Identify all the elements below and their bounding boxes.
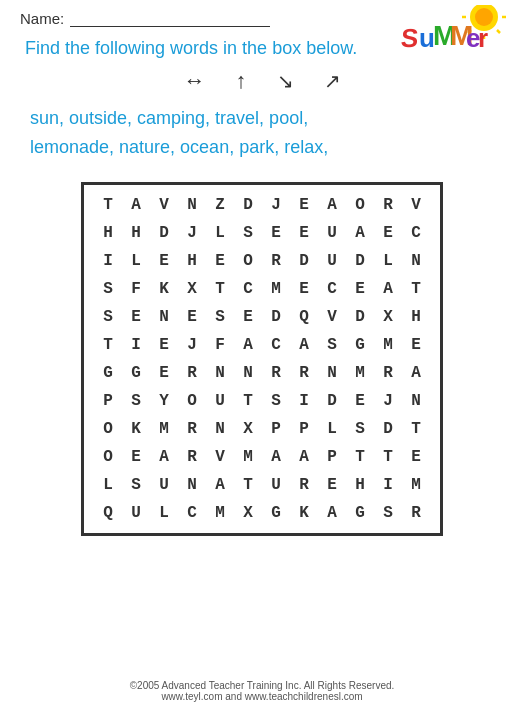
grid-cell: H (346, 471, 374, 499)
name-underline (70, 11, 270, 27)
grid-cell: S (94, 303, 122, 331)
grid-cell: A (234, 331, 262, 359)
grid-cell: C (318, 275, 346, 303)
grid-cell: I (122, 331, 150, 359)
grid-cell: N (402, 247, 430, 275)
grid-cell: L (206, 219, 234, 247)
grid-cell: M (402, 471, 430, 499)
grid-cell: N (206, 415, 234, 443)
grid-cell: L (122, 247, 150, 275)
grid-cell: T (402, 275, 430, 303)
grid-cell: E (206, 247, 234, 275)
grid-cell: O (346, 191, 374, 219)
footer-line2: www.teyl.com and www.teachchildrenesl.co… (0, 691, 524, 702)
table-row: PSYOUTSIDEJN (94, 387, 430, 415)
grid-cell: R (290, 471, 318, 499)
grid-cell: S (122, 387, 150, 415)
grid-cell: H (402, 303, 430, 331)
grid-cell: T (206, 275, 234, 303)
arrow-horizontal: ↔ (184, 68, 206, 94)
grid-cell: X (178, 275, 206, 303)
grid-cell: Q (290, 303, 318, 331)
word-list-line2: lemonade, nature, ocean, park, relax, (30, 133, 494, 162)
grid-cell: R (374, 359, 402, 387)
grid-cell: A (346, 219, 374, 247)
footer: ©2005 Advanced Teacher Training Inc. All… (0, 680, 524, 702)
grid-cell: S (346, 415, 374, 443)
grid-cell: N (318, 359, 346, 387)
grid-cell: D (262, 303, 290, 331)
grid-cell: R (290, 359, 318, 387)
grid-cell: S (94, 275, 122, 303)
grid-cell: R (402, 499, 430, 527)
grid-cell: L (94, 471, 122, 499)
grid-cell: L (318, 415, 346, 443)
grid-cell: E (346, 275, 374, 303)
grid-cell: O (234, 247, 262, 275)
grid-cell: H (94, 219, 122, 247)
grid-cell: G (346, 331, 374, 359)
grid-cell: N (150, 303, 178, 331)
grid-cell: E (402, 443, 430, 471)
grid-cell: D (318, 387, 346, 415)
grid-cell: N (234, 359, 262, 387)
grid-cell: E (150, 359, 178, 387)
grid-cell: R (178, 443, 206, 471)
summer-logo: S u M M e r (399, 5, 509, 60)
grid-cell: O (178, 387, 206, 415)
grid-cell: D (346, 247, 374, 275)
grid-cell: E (262, 219, 290, 247)
grid-cell: U (318, 247, 346, 275)
grid-cell: E (122, 303, 150, 331)
grid-cell: E (178, 303, 206, 331)
grid-cell: F (206, 331, 234, 359)
grid-cell: E (290, 275, 318, 303)
grid-cell: E (290, 219, 318, 247)
grid-cell: N (402, 387, 430, 415)
grid-cell: A (290, 443, 318, 471)
grid-cell: N (178, 191, 206, 219)
table-row: SENESEDQVDXH (94, 303, 430, 331)
arrows-row: ↔ ↑ ↘ ↗ (20, 68, 504, 94)
grid-cell: T (94, 331, 122, 359)
grid-cell: L (374, 247, 402, 275)
grid-cell: A (206, 471, 234, 499)
footer-line1: ©2005 Advanced Teacher Training Inc. All… (0, 680, 524, 691)
grid-cell: M (234, 443, 262, 471)
grid-cell: V (318, 303, 346, 331)
grid-cell: R (178, 415, 206, 443)
grid-cell: G (262, 499, 290, 527)
grid-cell: T (94, 191, 122, 219)
grid-cell: O (94, 415, 122, 443)
grid-cell: A (150, 443, 178, 471)
svg-text:S: S (400, 23, 420, 53)
grid-cell: E (318, 471, 346, 499)
grid-cell: S (262, 387, 290, 415)
grid-cell: E (234, 303, 262, 331)
grid-cell: I (374, 471, 402, 499)
grid-cell: L (150, 499, 178, 527)
grid-cell: Z (206, 191, 234, 219)
grid-cell: I (94, 247, 122, 275)
grid-cell: C (178, 499, 206, 527)
svg-text:r: r (478, 23, 488, 53)
grid-cell: C (234, 275, 262, 303)
svg-line-8 (497, 30, 500, 33)
grid-cell: X (234, 415, 262, 443)
table-row: HHDJLSEEUAEC (94, 219, 430, 247)
grid-cell: P (290, 415, 318, 443)
grid-cell: U (206, 387, 234, 415)
grid-cell: U (150, 471, 178, 499)
grid-cell: E (150, 331, 178, 359)
grid-cell: S (234, 219, 262, 247)
grid-cell: I (290, 387, 318, 415)
grid-cell: V (402, 191, 430, 219)
grid-cell: V (150, 191, 178, 219)
grid-cell: K (122, 415, 150, 443)
word-list-line1: sun, outside, camping, travel, pool, (30, 104, 494, 133)
table-row: OEARVMAAPTTE (94, 443, 430, 471)
grid-cell: P (262, 415, 290, 443)
table-row: QULCMXGKAGSR (94, 499, 430, 527)
grid-wrapper: TAVNZDJEAORVHHDJLSEEUAECILEHEORDUDLNSFKX… (20, 172, 504, 546)
grid-cell: T (234, 471, 262, 499)
